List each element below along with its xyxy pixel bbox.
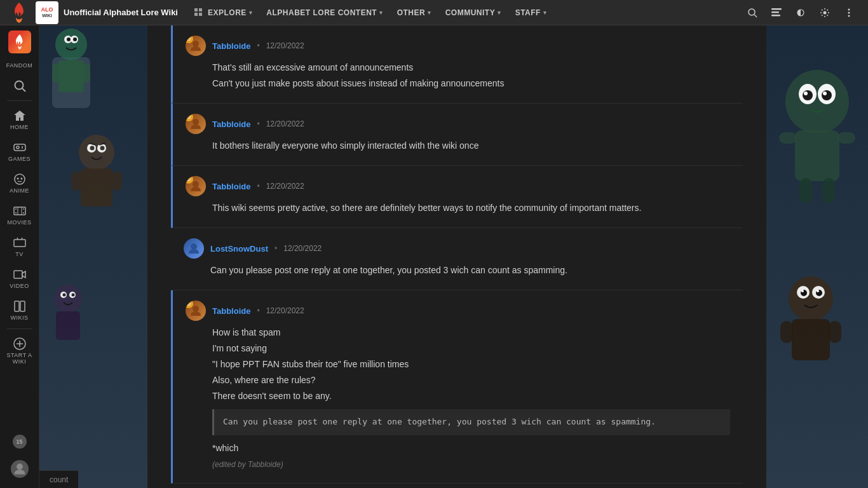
comment-1-line-1: That's still an excessive amount of anno… [212, 61, 730, 74]
sidebar-item-video[interactable]: VIDEO [0, 262, 39, 294]
nav-alphabet-lore-content[interactable]: ALPHABET LORE CONTENT ▾ [260, 0, 389, 25]
svg-rect-7 [771, 11, 779, 13]
comment-2-avatar: ✿ [186, 114, 206, 134]
svg-point-68 [193, 181, 199, 187]
svg-point-46 [73, 37, 77, 41]
comment-1-date: 12/20/2022 [266, 41, 304, 50]
comment-5: ✿ Tabbloide • 12/20/2022 How is that spa… [171, 290, 743, 484]
comment-5-header: ✿ Tabbloide • 12/20/2022 [186, 301, 730, 321]
settings-button[interactable] [813, 1, 836, 24]
comment-5-username[interactable]: Tabbloide [212, 306, 250, 316]
nav-staff[interactable]: STAFF ▾ [509, 0, 553, 25]
comment-1-header: ✿ Tabbloide • 12/20/2022 [186, 36, 730, 56]
comment-1-body: That's still an excessive amount of anno… [186, 61, 730, 90]
comment-2-username[interactable]: Tabbloide [212, 119, 250, 129]
svg-rect-48 [52, 64, 60, 83]
svg-point-19 [22, 146, 23, 147]
comment-4-username[interactable]: LostSnowDust [210, 244, 268, 254]
comment-2-header: ✿ Tabbloide • 12/20/2022 [186, 114, 730, 134]
comment-3-username[interactable]: Tabbloide [212, 182, 250, 191]
svg-point-60 [54, 285, 82, 313]
left-sidebar: FANDOM HOME GAMES [0, 25, 39, 488]
nav-other[interactable]: OTHER ▾ [391, 0, 438, 25]
svg-line-15 [22, 88, 25, 92]
alphabet-chevron: ▾ [379, 10, 383, 16]
svg-point-77 [823, 92, 827, 95]
svg-point-70 [193, 306, 199, 312]
svg-point-88 [801, 290, 804, 292]
sidebar-anime-label: ANIME [10, 187, 29, 194]
theme-toggle-button[interactable] [789, 1, 812, 24]
count-label: count [50, 475, 68, 484]
svg-rect-58 [71, 172, 81, 191]
comment-3: ✿ Tabbloide • 12/20/2022 This wiki seems… [171, 166, 743, 228]
logo-area: ALO WIKI Unofficial Alphabet Lore Wiki [8, 1, 178, 24]
sidebar-user-avatar-item[interactable] [0, 455, 39, 483]
svg-rect-0 [194, 8, 198, 11]
explore-icon [194, 8, 203, 17]
sidebar-item-wikis[interactable]: WIKIS [0, 294, 39, 326]
svg-point-74 [803, 90, 813, 100]
svg-point-66 [193, 41, 199, 47]
svg-point-23 [20, 178, 22, 180]
comment-5-body: How is that spam I'm not saying "I hope … [186, 326, 730, 470]
sidebar-wikis-label: WIKIS [10, 315, 28, 321]
svg-rect-79 [779, 132, 797, 144]
sidebar-user-count-item[interactable]: 15 [0, 430, 39, 455]
comment-5-edited: (edited by Tabbloide) [212, 459, 730, 470]
svg-point-21 [15, 174, 25, 184]
svg-line-5 [754, 15, 757, 17]
more-icon [844, 8, 854, 18]
svg-point-64 [72, 294, 75, 297]
wiki-search-button[interactable] [765, 1, 788, 24]
sidebar-item-home[interactable]: HOME [0, 104, 39, 135]
tv-icon [13, 236, 27, 250]
user-avatar [11, 460, 29, 478]
svg-point-13 [848, 15, 850, 17]
bg-art-right [766, 25, 868, 488]
search-button[interactable] [741, 1, 764, 24]
other-chevron: ▾ [428, 10, 431, 16]
sidebar-fandom-logo[interactable] [8, 30, 31, 53]
avatar-icon [13, 462, 27, 476]
comment-5-line-3: "I hope PPT FAN stubs their toe" five mi… [212, 358, 730, 371]
svg-point-18 [17, 146, 19, 149]
comment-2-date: 12/20/2022 [266, 119, 304, 128]
comment-4-body: Can you please post one reply at one tog… [184, 264, 730, 277]
top-navigation: ALO WIKI Unofficial Alphabet Lore Wiki E… [0, 0, 868, 25]
sidebar-video-label: VIDEO [10, 283, 29, 289]
sidebar-search[interactable] [0, 74, 39, 98]
comment-4-dot: • [275, 244, 277, 253]
nav-community[interactable]: COMMUNITY ▾ [439, 0, 508, 25]
sidebar-item-start-wiki[interactable]: START AWIKI [0, 332, 39, 370]
sidebar-item-games[interactable]: GAMES [0, 135, 39, 167]
svg-point-10 [824, 11, 827, 14]
comment-5-dot: • [257, 306, 259, 315]
sidebar-item-tv[interactable]: TV [0, 231, 39, 262]
svg-point-12 [848, 11, 850, 13]
fandom-icon[interactable] [8, 1, 31, 24]
comment-5-line-2: I'm not saying [212, 342, 730, 355]
start-wiki-icon [13, 337, 27, 351]
svg-rect-2 [199, 8, 202, 11]
svg-point-75 [822, 90, 832, 100]
svg-rect-36 [20, 301, 25, 311]
comment-2-body: It bothers literally everyone who simply… [186, 139, 730, 152]
comment-3-body: This wiki seems pretty active, so there … [186, 201, 730, 215]
comment-5-avatar: ✿ [186, 301, 206, 321]
comment-4-avatar-icon [187, 242, 200, 255]
nav-explore[interactable]: EXPLORE ▾ [188, 0, 259, 25]
comment-1-line-2: Can't you just make posts about issues i… [212, 77, 730, 90]
wiki-logo[interactable]: ALO WIKI [36, 1, 58, 24]
home-icon [13, 109, 27, 123]
comment-3-avatar: ✿ [186, 176, 206, 196]
anime-icon [13, 172, 27, 186]
more-button[interactable] [837, 1, 860, 24]
comment-3-date: 12/20/2022 [266, 182, 304, 191]
explore-chevron: ▾ [249, 10, 253, 16]
sidebar-item-anime[interactable]: ANIME [0, 167, 39, 199]
fandom-flame-icon [8, 30, 31, 53]
sidebar-item-movies[interactable]: MOVIES [0, 199, 39, 231]
comment-1-username[interactable]: Tabbloide [212, 41, 250, 51]
svg-rect-34 [14, 271, 22, 278]
